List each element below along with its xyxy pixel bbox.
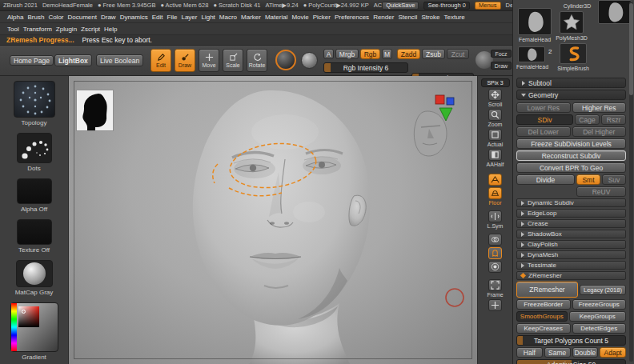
zremesher-button[interactable]: ZRemesher (516, 282, 578, 298)
subsection-header[interactable]: Crease (516, 219, 626, 228)
cage-button[interactable]: Cage (575, 114, 600, 125)
zsub-button[interactable]: Zsub (422, 49, 445, 59)
home-page-button[interactable]: Home Page (10, 55, 54, 66)
freeze-border-toggle[interactable]: FreezeBorder (516, 299, 571, 310)
stroke-dots-thumb[interactable] (17, 133, 52, 163)
suv-toggle[interactable]: Suv (602, 174, 626, 185)
rotate-mode-button[interactable]: Rotate (247, 49, 267, 72)
draw-mode-button[interactable]: Draw (175, 49, 195, 72)
menu-item[interactable]: Help (103, 26, 118, 33)
menu-item[interactable]: Transform (22, 26, 53, 33)
menu-item[interactable]: Stroke (420, 14, 440, 21)
rgb-intensity-slider[interactable]: Rgb Intensity 6 (323, 62, 408, 73)
menu-item[interactable]: Preferences (334, 14, 370, 21)
menu-item[interactable]: Material (264, 14, 288, 21)
subsection-header[interactable]: EdgeLoop (516, 209, 626, 218)
menu-item[interactable]: Color (47, 14, 64, 21)
scroll-button[interactable]: Scroll (488, 89, 503, 107)
reconstruct-subdiv-button[interactable]: Reconstruct Subdiv (516, 150, 626, 161)
frame-button[interactable]: Frame (487, 279, 503, 298)
menu-item[interactable]: Zscript (80, 26, 101, 33)
subtool-palette-header[interactable]: Subtool (516, 78, 626, 88)
rszr-button[interactable]: Rszr (601, 114, 626, 125)
subsection-header[interactable]: ClayPolish (516, 240, 626, 249)
menu-item[interactable]: Zplugin (55, 26, 78, 33)
menu-item[interactable]: Macro (219, 14, 238, 21)
del-higher-button[interactable]: Del Higher (572, 126, 627, 137)
zcut-button[interactable]: Zcut (447, 49, 469, 59)
divide-button[interactable]: Divide (516, 174, 575, 185)
geometry-palette-header[interactable]: Geometry (516, 90, 626, 100)
lightbox-button[interactable]: LightBox (54, 54, 92, 66)
menu-item[interactable]: Stencil (397, 14, 418, 21)
move-mode-button[interactable]: Move (199, 49, 219, 72)
higher-res-button[interactable]: Higher Res (572, 102, 627, 113)
freeze-groups-toggle[interactable]: FreezeGroups (572, 299, 627, 310)
spix-slider[interactable]: SPix 3 (481, 78, 510, 87)
scale-mode-button[interactable]: Scale (223, 49, 243, 72)
focal-shift-slider[interactable]: Focz (491, 50, 512, 58)
matcap-thumb[interactable] (16, 260, 53, 287)
menu-item[interactable]: Layer (180, 14, 198, 21)
sdiv-slider[interactable]: SDiv (516, 114, 573, 125)
half-button[interactable]: Half (516, 347, 543, 358)
femalehead2-thumb[interactable] (518, 46, 545, 62)
see-through-slider[interactable]: See-through 0 (423, 2, 470, 10)
zremesher-section-header[interactable]: ZRemesher (516, 271, 626, 280)
femalehead-thumb[interactable] (518, 8, 552, 35)
local-symmetry-button[interactable]: L.Sym (488, 210, 504, 229)
reuv-button[interactable]: ReUV (576, 186, 626, 197)
head-model[interactable] (193, 90, 370, 364)
lower-res-button[interactable]: Lower Res (516, 102, 571, 113)
draw-size-slider[interactable]: Draw (491, 62, 512, 70)
menu-item[interactable]: Brush (26, 14, 45, 21)
menu-item[interactable]: Edit (151, 14, 164, 21)
menus-button[interactable]: Menus (475, 2, 501, 10)
menu-item[interactable]: Dynamics (119, 14, 149, 21)
adaptive-size-slider[interactable]: AdaptiveSize 50 (516, 359, 626, 364)
menu-item[interactable]: Tool (6, 26, 20, 33)
move-3d-button[interactable] (488, 299, 502, 311)
adapt-toggle[interactable]: Adapt (600, 347, 626, 358)
menu-item[interactable]: Texture (443, 14, 466, 21)
document-viewport[interactable] (69, 76, 477, 364)
menu-item[interactable]: Alpha (6, 14, 24, 21)
double-button[interactable]: Double (572, 347, 599, 358)
keep-groups-toggle[interactable]: KeepGroups (569, 311, 627, 322)
sculptris-pro-icon[interactable] (275, 50, 296, 70)
convert-bpr-button[interactable]: Convert BPR To Geo (516, 162, 626, 173)
texture-off-thumb[interactable] (17, 219, 52, 245)
target-polygons-slider[interactable]: Target Polygons Count 5 (516, 335, 626, 346)
menu-item[interactable]: Document (67, 14, 98, 21)
detect-edges-toggle[interactable]: DetectEdges (572, 323, 627, 334)
m-button[interactable]: M (382, 49, 392, 59)
ghost-button[interactable] (488, 247, 502, 259)
solo-button[interactable] (488, 261, 502, 273)
persp-button[interactable] (488, 174, 502, 186)
simplebrush-thumb[interactable] (560, 43, 587, 64)
subsection-header[interactable]: ShadowBox (516, 230, 626, 238)
menu-item[interactable]: File (167, 14, 179, 21)
del-lower-button[interactable]: Del Lower (516, 126, 571, 137)
subsection-header[interactable]: Tessimate (516, 261, 626, 270)
zadd-button[interactable]: Zadd (397, 49, 420, 59)
aahalf-button[interactable]: AAHalf (487, 149, 504, 167)
mrgb-button[interactable]: Mrgb (335, 49, 359, 59)
current-tool-thumb[interactable] (598, 0, 632, 24)
same-button[interactable]: Same (544, 347, 571, 358)
actual-button[interactable]: Actual (488, 129, 503, 147)
edit-mode-button[interactable]: Edit (150, 49, 171, 72)
saturation-square[interactable] (18, 306, 39, 327)
quicksave-button[interactable]: QuickSave (382, 2, 419, 10)
menu-item[interactable]: Movie (291, 14, 309, 21)
subsection-header[interactable]: Dynamic Subdiv (516, 198, 626, 207)
rgb-button[interactable]: Rgb (360, 49, 380, 59)
zoom-button[interactable]: Zoom (488, 109, 503, 127)
legacy-2018-button[interactable]: Legacy (2018) (580, 285, 626, 295)
subsection-header[interactable]: DynaMesh (516, 250, 626, 259)
smooth-groups-slider[interactable]: SmoothGroups (516, 311, 568, 322)
menu-item[interactable]: Render (372, 14, 395, 21)
menu-item[interactable]: Light (200, 14, 215, 21)
polymesh3d-thumb[interactable] (560, 11, 584, 34)
anchor-a-button[interactable]: A (323, 49, 334, 59)
